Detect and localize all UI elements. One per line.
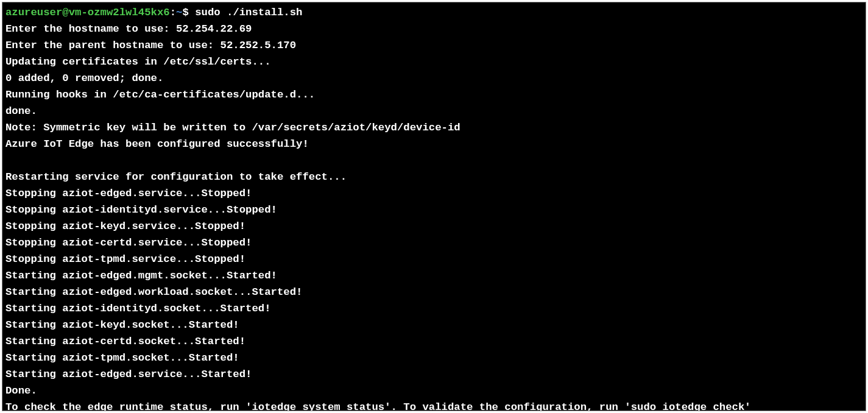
terminal-output: Enter the hostname to use: 52.254.22.69E… (5, 21, 863, 411)
prompt-dollar: $ (182, 7, 195, 18)
output-line: 0 added, 0 removed; done. (5, 70, 863, 86)
output-line: To check the edge runtime status, run 'i… (5, 399, 863, 411)
prompt-host: vm-ozmw2lwl45kx6 (69, 7, 170, 18)
output-line: Running hooks in /etc/ca-certificates/up… (5, 86, 863, 103)
prompt-colon: : (170, 7, 176, 18)
output-line: Enter the parent hostname to use: 52.252… (5, 37, 863, 54)
output-line (5, 152, 863, 169)
output-line: Stopping aziot-identityd.service...Stopp… (5, 202, 863, 218)
output-line: Stopping aziot-edged.service...Stopped! (5, 185, 863, 202)
output-line: Stopping aziot-keyd.service...Stopped! (5, 218, 863, 235)
prompt-line[interactable]: azureuser@vm-ozmw2lwl45kx6:~$ sudo ./ins… (5, 4, 863, 21)
output-line: Enter the hostname to use: 52.254.22.69 (5, 21, 863, 37)
output-line: Starting aziot-edged.workload.socket...S… (5, 284, 863, 300)
prompt-user: azureuser (5, 7, 62, 18)
terminal-window[interactable]: azureuser@vm-ozmw2lwl45kx6:~$ sudo ./ins… (2, 2, 866, 411)
output-line: Starting aziot-keyd.socket...Started! (5, 317, 863, 333)
command-text: sudo ./install.sh (195, 7, 302, 18)
output-line: Stopping aziot-tpmd.service...Stopped! (5, 251, 863, 267)
output-line: Starting aziot-certd.socket...Started! (5, 333, 863, 350)
output-line: Note: Symmetric key will be written to /… (5, 119, 863, 136)
prompt-path: ~ (176, 7, 182, 18)
output-line: Done. (5, 383, 863, 399)
output-line: Stopping aziot-certd.service...Stopped! (5, 235, 863, 251)
output-line: done. (5, 103, 863, 119)
output-line: Starting aziot-edged.service...Started! (5, 366, 863, 383)
output-line: Restarting service for configuration to … (5, 169, 863, 185)
output-line: Azure IoT Edge has been configured succe… (5, 136, 863, 152)
output-line: Starting aziot-identityd.socket...Starte… (5, 300, 863, 317)
output-line: Starting aziot-tpmd.socket...Started! (5, 350, 863, 366)
prompt-at: @ (62, 7, 68, 18)
output-line: Updating certificates in /etc/ssl/certs.… (5, 54, 863, 70)
output-line: Starting aziot-edged.mgmt.socket...Start… (5, 267, 863, 284)
